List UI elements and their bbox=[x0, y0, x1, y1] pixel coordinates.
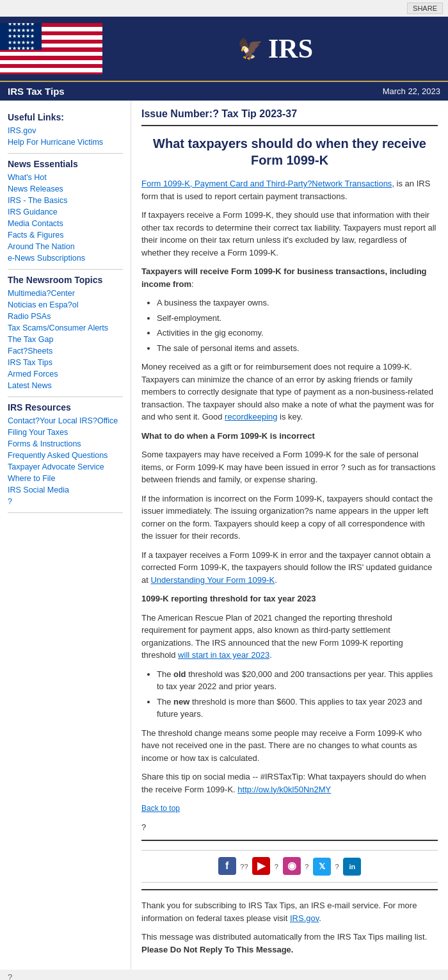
threshold-body: The American Rescue Plan of 2021 changed… bbox=[141, 612, 438, 662]
sidebar: Useful Links: IRS.gov Help For Hurricane… bbox=[0, 101, 131, 970]
share-bar: SHARE bbox=[0, 0, 448, 17]
share-para: Share this tip on social media -- #IRSTa… bbox=[141, 771, 438, 796]
share-button[interactable]: SHARE bbox=[407, 3, 443, 14]
bullet-list: A business the taxpayer owns. Self-emplo… bbox=[157, 297, 438, 354]
sidebar-link-fact-sheets[interactable]: Fact?Sheets bbox=[8, 345, 123, 357]
bold-suffix: : bbox=[191, 279, 194, 289]
main-layout: Useful Links: IRS.gov Help For Hurricane… bbox=[0, 101, 448, 970]
sidebar-link-social-media[interactable]: IRS Social Media bbox=[8, 484, 123, 496]
sidebar-link-enews[interactable]: e-News Subscriptions bbox=[8, 252, 123, 264]
title-bar: IRS Tax Tips March 22, 2023 bbox=[0, 81, 448, 101]
incorrect-heading: What to do when a Form 1099-K is incorre… bbox=[141, 430, 438, 443]
flag-stars: ★★★★★★★★★★★★★★★★★★★★★★★★★★★★★★ bbox=[8, 23, 35, 52]
old-suffix: threshold was $20,000 and 200 transactio… bbox=[157, 669, 433, 692]
threshold-heading: 1099-K reporting threshold for tax year … bbox=[141, 592, 438, 605]
do-not-reply-text: Please Do Not Reply To This Message. bbox=[141, 945, 293, 954]
threshold-suffix: . bbox=[269, 650, 272, 660]
back-to-top-para: Back to top bbox=[141, 802, 438, 815]
sidebar-link-where-to-file[interactable]: Where to File bbox=[8, 473, 123, 484]
sidebar-link-hurricane[interactable]: Help For Hurricane Victims bbox=[8, 136, 123, 148]
instagram-icon[interactable]: ◉ bbox=[283, 857, 301, 875]
new-suffix: threshold is more than $600. This applie… bbox=[157, 697, 422, 719]
sidebar-link-radio[interactable]: Radio PSAs bbox=[8, 311, 123, 322]
sidebar-link-multimedia[interactable]: Multimedia?Center bbox=[8, 288, 123, 299]
sidebar-link-irs-guidance[interactable]: IRS Guidance bbox=[8, 206, 123, 218]
para2-suffix: is key. bbox=[278, 412, 303, 421]
new-threshold-item: The new threshold is more than $600. Thi… bbox=[157, 696, 438, 721]
old-threshold-item: The old threshold was $20,000 and 200 tr… bbox=[157, 668, 438, 693]
recordkeeping-link[interactable]: recordkeeping bbox=[225, 412, 277, 421]
footer-note-2: This message was distributed automatical… bbox=[141, 931, 438, 956]
bullet-item-4: The sale of personal items and assets. bbox=[157, 342, 438, 355]
bullet-item-2: Self-employment. bbox=[157, 312, 438, 325]
tw-question: ? bbox=[335, 863, 339, 870]
linkedin-icon[interactable]: in bbox=[343, 858, 361, 876]
share-link[interactable]: http://ow.ly/k0kl50Nn2MY bbox=[237, 785, 331, 794]
incorrect-heading-text: What to do when a Form 1099-K is incorre… bbox=[141, 431, 315, 441]
change-para: The threshold change means some people m… bbox=[141, 727, 438, 765]
intro-paragraph: Form 1099-K, Payment Card and Third-Part… bbox=[141, 177, 438, 202]
irs-logo: 🦅 IRS bbox=[102, 33, 448, 64]
old-prefix: The bbox=[157, 669, 173, 679]
para-2: Money received as a gift or for reimburs… bbox=[141, 361, 438, 423]
sidebar-link-around-nation[interactable]: Around The Nation bbox=[8, 241, 123, 252]
bold-transactions: Taxpayers will receive Form 1099-K for b… bbox=[141, 266, 427, 289]
footer-note1-text: Thank you for subscribing to IRS Tax Tip… bbox=[141, 901, 417, 923]
footer-note2-text: This message was distributed automatical… bbox=[141, 932, 427, 942]
sidebar-divider-3 bbox=[8, 396, 123, 397]
sidebar-link-armed-forces[interactable]: Armed Forces bbox=[8, 368, 123, 380]
newsletter-date: March 22, 2023 bbox=[383, 86, 440, 96]
youtube-icon[interactable]: ▶ bbox=[252, 857, 270, 875]
social-divider-bottom bbox=[141, 889, 438, 890]
sidebar-link-irs-basics[interactable]: IRS - The Basics bbox=[8, 195, 123, 206]
sidebar-link-forms[interactable]: Forms & Instructions bbox=[8, 438, 123, 450]
bottom-question-mark: ? bbox=[0, 970, 448, 980]
sidebar-link-taxpayer-advocate[interactable]: Taxpayer Advocate Service bbox=[8, 461, 123, 473]
sidebar-link-filing-taxes[interactable]: Filing Your Taxes bbox=[8, 427, 123, 438]
footer-note-1: Thank you for subscribing to IRS Tax Tip… bbox=[141, 899, 438, 924]
sidebar-link-tax-gap[interactable]: The Tax Gap bbox=[8, 334, 123, 345]
eagle-icon: 🦅 bbox=[237, 37, 263, 61]
flag-image: ★★★★★★★★★★★★★★★★★★★★★★★★★★★★★★ bbox=[0, 23, 102, 74]
sidebar-link-whats-hot[interactable]: What's Hot bbox=[8, 172, 123, 183]
sidebar-link-news-releases[interactable]: News Releases bbox=[8, 183, 123, 195]
sidebar-link-contact-irs[interactable]: Contact?Your Local IRS?Office bbox=[8, 415, 123, 427]
newsroom-topics-title: The Newsroom Topics bbox=[8, 275, 123, 285]
sidebar-link-tax-scams[interactable]: Tax Scams/Consumer Alerts bbox=[8, 322, 123, 334]
footer-irsgov-link[interactable]: IRS.gov bbox=[290, 913, 319, 923]
facebook-icon[interactable]: f bbox=[218, 857, 236, 875]
sidebar-link-irs-tax-tips[interactable]: IRS Tax Tips bbox=[8, 357, 123, 368]
sidebar-link-latest-news[interactable]: Latest News bbox=[8, 380, 123, 391]
threshold-heading-text: 1099-K reporting threshold for tax year … bbox=[141, 594, 316, 603]
irs-wordmark: IRS bbox=[268, 33, 313, 64]
newsletter-title: IRS Tax Tips bbox=[8, 86, 65, 97]
footer-note1-suffix: . bbox=[319, 913, 321, 923]
bullet-item-3: Activities in the gig economy. bbox=[157, 327, 438, 339]
old-bold-text: old bbox=[173, 669, 186, 679]
yt-question: ? bbox=[275, 863, 278, 870]
understanding-form-link[interactable]: Understanding Your Form 1099-K bbox=[150, 575, 275, 585]
sidebar-link-facts-figures[interactable]: Facts & Figures bbox=[8, 229, 123, 241]
sidebar-divider-2 bbox=[8, 269, 123, 270]
content-question-mark: ? bbox=[141, 821, 438, 834]
header: ★★★★★★★★★★★★★★★★★★★★★★★★★★★★★★ 🦅 IRS IRS… bbox=[0, 17, 448, 101]
back-to-top-link[interactable]: Back to top bbox=[141, 804, 180, 813]
sidebar-link-misc[interactable]: ? bbox=[8, 496, 123, 507]
twitter-icon[interactable]: 𝕏 bbox=[313, 858, 331, 876]
sidebar-link-noticias[interactable]: Noticias en Espa?ol bbox=[8, 299, 123, 311]
incorrect-para2: If the information is incorrect on the F… bbox=[141, 493, 438, 543]
sidebar-divider-4 bbox=[8, 512, 123, 513]
sidebar-link-faq[interactable]: Frequently Asked Questions bbox=[8, 450, 123, 461]
incorrect-para3-suffix: . bbox=[275, 575, 277, 585]
sidebar-link-media-contacts[interactable]: Media Contacts bbox=[8, 218, 123, 229]
bold-intro-para: Taxpayers will receive Form 1099-K for b… bbox=[141, 265, 438, 290]
threshold-link[interactable]: will start in tax year 2023 bbox=[178, 650, 269, 660]
sidebar-divider-1 bbox=[8, 153, 123, 154]
sidebar-link-irsgov[interactable]: IRS.gov bbox=[8, 125, 123, 136]
incorrect-body: Some taxpayers may have received a Form … bbox=[141, 448, 438, 486]
irs-resources-title: IRS Resources bbox=[8, 402, 123, 412]
fb-question: ?? bbox=[240, 863, 248, 870]
incorrect-para3: If a taxpayer receives a Form 1099-K in … bbox=[141, 549, 438, 587]
form-1099k-link[interactable]: Form 1099-K, Payment Card and Third-Part… bbox=[141, 179, 392, 188]
para-1: If taxpayers receive a Form 1099-K, they… bbox=[141, 209, 438, 259]
